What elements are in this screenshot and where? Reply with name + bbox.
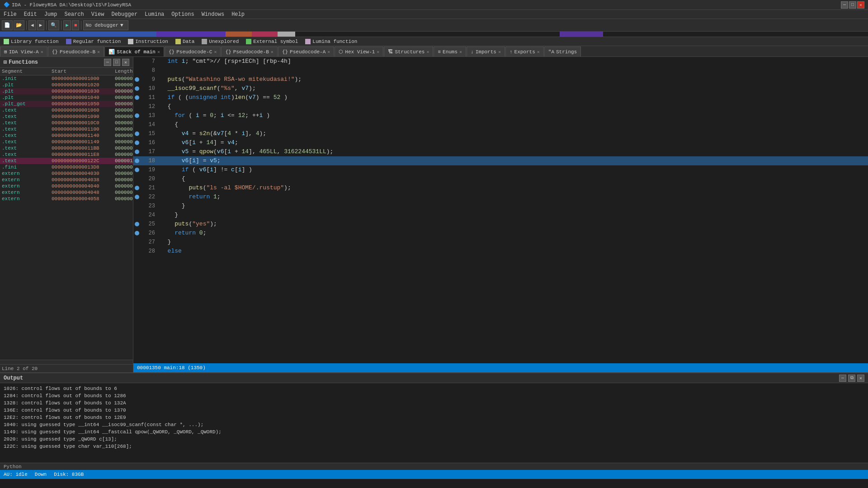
menu-item-debugger[interactable]: Debugger [108, 10, 141, 19]
sidebar-row[interactable]: .fini00000000000013D800000009 [0, 164, 133, 170]
tab-pseudocode-a[interactable]: {}Pseudocode-A✕ [278, 47, 334, 56]
code-line[interactable]: 25 puts("yes"); [133, 220, 868, 229]
tab-strings[interactable]: "AStrings [544, 47, 581, 56]
tab-close-button[interactable]: ✕ [498, 49, 501, 55]
tab-ida-view-a[interactable]: ⊞IDA View-A✕ [0, 47, 47, 56]
toolbar-stop[interactable]: ■ [72, 20, 80, 30]
sidebar-row[interactable]: extern000000000000404000000008 [0, 183, 133, 189]
menu-item-search[interactable]: Search [61, 10, 87, 19]
tab-structures[interactable]: 🏗Structures✕ [384, 47, 433, 56]
output-panel-controls[interactable]: — ⧉ ✕ [839, 375, 864, 382]
tab-hex-view-1[interactable]: ⬡Hex View-1✕ [335, 47, 383, 56]
functions-panel-controls[interactable]: — □ ✕ [104, 59, 129, 66]
sidebar-row[interactable]: extern000000000000403800000008 [0, 177, 133, 183]
tab-close-button[interactable]: ✕ [537, 49, 540, 55]
code-line[interactable]: 19 if ( v6[i] != c[i] ) [133, 165, 868, 174]
tab-exports[interactable]: ↑Exports✕ [505, 47, 544, 56]
toolbar-new[interactable]: 📄 [2, 20, 13, 30]
code-line[interactable]: 13 for ( i = 0; i <= 12; ++i ) [133, 111, 868, 120]
code-line[interactable]: 9 puts("Watashino RSA-wo mitekudasai!"); [133, 75, 868, 84]
sidebar-row[interactable]: extern000000000000405800000008 [0, 196, 133, 202]
code-line[interactable]: 16 v6[i + 14] = v4; [133, 138, 868, 147]
sidebar-row[interactable]: .plt_got000000000000105000000006 [0, 101, 133, 107]
menu-item-edit[interactable]: Edit [20, 10, 41, 19]
code-line[interactable]: 10 __isoc99_scanf("%s", v7); [133, 84, 868, 93]
toolbar-search[interactable]: 🔍 [48, 20, 59, 30]
menu-item-windows[interactable]: Windows [198, 10, 228, 19]
toolbar-forward[interactable]: ▶ [37, 20, 45, 30]
menu-item-help[interactable]: Help [228, 10, 248, 19]
menu-item-lumina[interactable]: Lumina [141, 10, 168, 19]
code-line[interactable]: 21 puts("ls -al $HOME/.rustup"); [133, 183, 868, 192]
sidebar-row[interactable]: .init000000000000100000000017 [0, 75, 133, 82]
sidebar-row[interactable]: .text000000000000122C000001A9 [0, 158, 133, 164]
panel-maximize-button[interactable]: □ [113, 59, 120, 66]
minimize-button[interactable]: — [841, 1, 848, 9]
sidebar-row[interactable]: .text00000000000011BB0000002D [0, 145, 133, 151]
maximize-button[interactable]: □ [849, 1, 856, 9]
sidebar-row[interactable]: extern000000000000403000000008 [0, 170, 133, 177]
titlebar-controls[interactable]: — □ ✕ [841, 1, 864, 9]
tab-close-button[interactable]: ✕ [327, 49, 330, 55]
tab-close-button[interactable]: ✕ [214, 49, 217, 55]
toolbar-run[interactable]: ▶ [63, 20, 71, 30]
sidebar-scrollbar[interactable] [0, 360, 133, 364]
code-line[interactable]: 12 { [133, 102, 868, 111]
menu-item-view[interactable]: View [88, 10, 108, 19]
tab-pseudocode-b[interactable]: {}Pseudocode-B✕ [48, 47, 104, 56]
tab-close-button[interactable]: ✕ [377, 49, 379, 55]
sidebar-row[interactable]: .plt000000000000103000000006 [0, 88, 133, 94]
tab-pseudocode-c[interactable]: {}Pseudocode-C✕ [165, 47, 221, 56]
tab-imports[interactable]: ↓Imports✕ [467, 47, 505, 56]
output-float-button[interactable]: ⧉ [848, 375, 855, 382]
panel-close-button[interactable]: ✕ [122, 59, 129, 66]
output-content[interactable]: 1026: control flows out of bounds to 612… [0, 383, 868, 463]
code-line[interactable]: 24 } [133, 211, 868, 220]
code-line[interactable]: 11 if ( (unsigned int)len(v7) == 52 ) [133, 93, 868, 102]
menu-item-file[interactable]: File [0, 10, 20, 19]
output-close-button[interactable]: ✕ [857, 375, 864, 382]
code-line[interactable]: 23 } [133, 202, 868, 211]
code-line[interactable]: 15 v4 = s2n(&v7[4 * i], 4); [133, 129, 868, 138]
code-line[interactable]: 18 v6[i] = v5; [133, 156, 868, 165]
tab-close-button[interactable]: ✕ [271, 49, 274, 55]
code-line[interactable]: 26 return 0; [133, 229, 868, 238]
sidebar-row[interactable]: .text000000000000114000000009 [0, 132, 133, 139]
code-line[interactable]: 28 else [133, 247, 868, 256]
code-line[interactable]: 7 int i; "cmt">// [rsp+1ECh] [rbp-4h] [133, 57, 868, 66]
functions-table[interactable]: Segment Start Length .init00000000000010… [0, 68, 133, 360]
sidebar-row[interactable]: extern000000000000404800000008 [0, 189, 133, 196]
tab-close-button[interactable]: ✕ [97, 49, 100, 55]
close-button[interactable]: ✕ [857, 1, 864, 9]
sidebar-row[interactable]: .plt000000000000104000000006 [0, 94, 133, 101]
sidebar-row[interactable]: .text00000000000010C000000039 [0, 120, 133, 126]
sidebar-row[interactable]: .text000000000000114900000072 [0, 139, 133, 145]
tab-stack-of-main[interactable]: 📊Stack of main✕ [104, 47, 164, 56]
sidebar-row[interactable]: .text000000000000106000000022 [0, 107, 133, 113]
toolbar-open[interactable]: 📂 [14, 20, 24, 30]
code-line[interactable]: 14 { [133, 120, 868, 129]
code-content[interactable]: 7 int i; "cmt">// [rsp+1ECh] [rbp-4h]8 9… [133, 57, 868, 363]
sidebar-cell-length: 00000017 [115, 76, 133, 81]
sidebar-row[interactable]: .plt00000000000010200000000C [0, 82, 133, 88]
output-minimize-button[interactable]: — [839, 375, 846, 382]
code-line[interactable]: 20 { [133, 174, 868, 183]
tab-enums[interactable]: ≡Enums✕ [434, 47, 466, 56]
code-line[interactable]: 8 [133, 66, 868, 75]
menu-item-jump[interactable]: Jump [41, 10, 61, 19]
tab-close-button[interactable]: ✕ [157, 49, 160, 55]
sidebar-row[interactable]: .text00000000000011E800000044 [0, 151, 133, 158]
sidebar-row[interactable]: .text000000000000109000000029 [0, 113, 133, 120]
debugger-dropdown[interactable]: No debugger ▼ [83, 20, 128, 30]
tab-pseudocode-b[interactable]: {}Pseudocode-B✕ [221, 47, 277, 56]
code-line[interactable]: 17 v5 = qpow(v6[i + 14], 465LL, 31622445… [133, 147, 868, 156]
tab-close-button[interactable]: ✕ [426, 49, 429, 55]
tab-close-button[interactable]: ✕ [459, 49, 462, 55]
sidebar-row[interactable]: .text000000000000110000000039 [0, 126, 133, 132]
tab-close-button[interactable]: ✕ [41, 49, 43, 55]
panel-minimize-button[interactable]: — [104, 59, 111, 66]
toolbar-back[interactable]: ◀ [28, 20, 36, 30]
menu-item-options[interactable]: Options [168, 10, 198, 19]
code-line[interactable]: 27 } [133, 238, 868, 247]
code-line[interactable]: 22 return 1; [133, 192, 868, 202]
